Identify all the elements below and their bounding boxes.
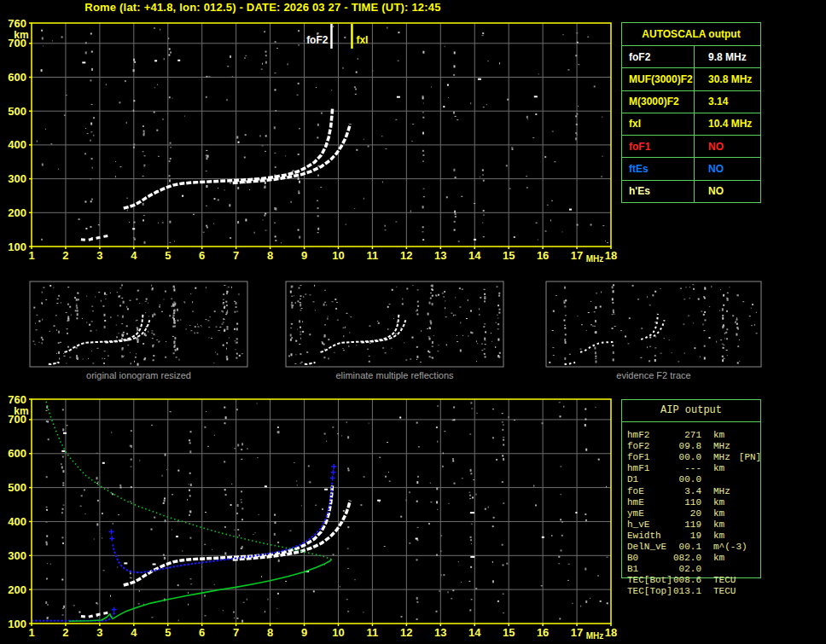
table-row: foF100.0MHz[PN] <box>621 452 761 463</box>
svg-text:MHz: MHz <box>586 631 604 641</box>
table-row: MUF(3000)F230.8 MHz <box>622 68 760 90</box>
table-row: hmE110km <box>621 497 733 508</box>
autoscala-param-label: M(3000)F2 <box>622 91 695 113</box>
svg-text:12: 12 <box>400 626 412 639</box>
aip-param-label: B1 <box>627 564 673 575</box>
aip-param-label: hmE <box>627 497 673 508</box>
svg-text:16: 16 <box>537 249 549 262</box>
table-row: B102.0 <box>621 564 722 575</box>
aip-param-value: 00.1 <box>673 542 701 553</box>
svg-text:600: 600 <box>8 71 26 84</box>
aip-param-label: B0 <box>627 553 673 564</box>
table-row: Ewidth19km <box>621 531 733 542</box>
autoscala-param-value: 10.4 MHz <box>695 113 760 135</box>
table-row: ymE20km <box>621 508 733 519</box>
svg-text:13: 13 <box>434 626 446 639</box>
svg-text:km: km <box>14 29 28 41</box>
aip-param-label: TEC[Top] <box>627 586 673 597</box>
aip-header-divider <box>621 421 761 422</box>
table-row: h'EsNO <box>622 181 760 202</box>
thumbnail-caption-original: original ionogram resized <box>30 370 247 380</box>
aip-param-value: 119 <box>673 519 701 531</box>
svg-text:18: 18 <box>605 626 617 639</box>
svg-text:8: 8 <box>267 626 273 639</box>
svg-text:7: 7 <box>233 626 239 639</box>
aip-param-label: foE <box>627 486 673 497</box>
aip-output-table: AIP output hmF2271kmfoF209.8MHzfoF100.0M… <box>621 399 765 604</box>
svg-text:14: 14 <box>468 626 481 639</box>
aip-param-value: 271 <box>673 430 701 441</box>
svg-text:500: 500 <box>8 105 26 118</box>
aip-param-value: 00.0 <box>673 452 701 463</box>
table-row: ftEsNO <box>622 158 760 180</box>
svg-text:10: 10 <box>332 249 344 262</box>
svg-text:MHz: MHz <box>586 254 604 264</box>
aip-param-unit: TECU <box>713 586 736 597</box>
svg-text:400: 400 <box>8 138 26 151</box>
thumbnail-caption-evidence: evidence F2 trace <box>546 370 761 380</box>
aip-param-label: DelN_vE <box>627 542 673 553</box>
svg-text:3: 3 <box>96 249 102 262</box>
autoscala-param-value: 9.8 MHz <box>695 46 760 67</box>
svg-text:2: 2 <box>62 626 68 639</box>
table-row: hmF2271km <box>621 430 733 441</box>
aip-param-unit: km <box>713 531 724 542</box>
svg-text:18: 18 <box>605 249 617 262</box>
svg-text:8: 8 <box>267 249 273 262</box>
aip-param-extra: [PN] <box>739 452 761 463</box>
svg-text:5: 5 <box>165 249 171 262</box>
table-row: hmF1---km <box>621 463 733 474</box>
svg-text:5: 5 <box>165 626 171 639</box>
aip-param-value: 008.6 <box>673 575 701 586</box>
autoscala-param-label: foF1 <box>622 136 695 157</box>
aip-param-label: hmF1 <box>627 463 673 474</box>
svg-text:15: 15 <box>503 249 515 262</box>
aip-param-unit: MHz <box>713 441 730 452</box>
svg-text:4: 4 <box>131 626 137 639</box>
table-row: D100.0 <box>621 474 722 485</box>
svg-text:9: 9 <box>301 626 307 639</box>
autoscala-param-label: foF2 <box>622 46 695 67</box>
autoscala-table-title: AUTOSCALA output <box>622 23 760 46</box>
aip-param-value: 02.0 <box>673 564 701 575</box>
aip-table-title: AIP output <box>621 404 761 416</box>
aip-param-unit: km <box>713 430 724 441</box>
svg-text:km: km <box>14 405 28 417</box>
svg-text:300: 300 <box>8 549 26 562</box>
svg-text:17: 17 <box>571 249 583 262</box>
aip-param-label: foF1 <box>627 452 673 463</box>
autoscala-param-value: NO <box>695 136 760 157</box>
svg-text:9: 9 <box>301 249 307 262</box>
svg-text:1: 1 <box>28 249 34 262</box>
aip-param-label: foF2 <box>627 441 673 452</box>
table-row: h_vE119km <box>621 519 733 531</box>
table-row: foF209.8MHz <box>621 441 739 452</box>
aip-param-value: 09.8 <box>673 441 701 452</box>
svg-text:6: 6 <box>199 626 205 639</box>
svg-text:500: 500 <box>8 481 26 494</box>
table-row: DelN_vE00.1m^(-3) <box>621 542 756 553</box>
autoscala-param-label: ftEs <box>622 158 695 179</box>
aip-param-label: D1 <box>627 474 673 485</box>
aip-param-value: 082.0 <box>673 553 701 564</box>
table-row: B0082.0km <box>621 553 733 564</box>
aip-param-unit: km <box>713 463 724 474</box>
thumbnail-caption-eliminate: eliminate multiple reflections <box>286 370 503 380</box>
svg-text:10: 10 <box>332 626 344 639</box>
table-row: foF29.8 MHz <box>622 46 760 68</box>
aip-param-label: h_vE <box>627 519 673 531</box>
svg-text:3: 3 <box>96 626 102 639</box>
aip-param-label: ymE <box>627 508 673 519</box>
autoscala-param-label: MUF(3000)F2 <box>622 68 695 90</box>
aip-param-unit: MHz <box>713 452 730 463</box>
autoscala-param-value: 30.8 MHz <box>695 68 760 90</box>
aip-param-unit: km <box>713 519 724 531</box>
svg-text:fxI: fxI <box>356 34 368 46</box>
svg-text:760: 760 <box>8 17 26 30</box>
table-row: foE3.4MHz <box>621 486 739 497</box>
aip-param-label: Ewidth <box>627 531 673 542</box>
svg-text:200: 200 <box>8 583 26 596</box>
svg-text:200: 200 <box>8 206 26 219</box>
svg-text:14: 14 <box>468 249 481 262</box>
aip-param-unit: TECU <box>713 575 736 586</box>
